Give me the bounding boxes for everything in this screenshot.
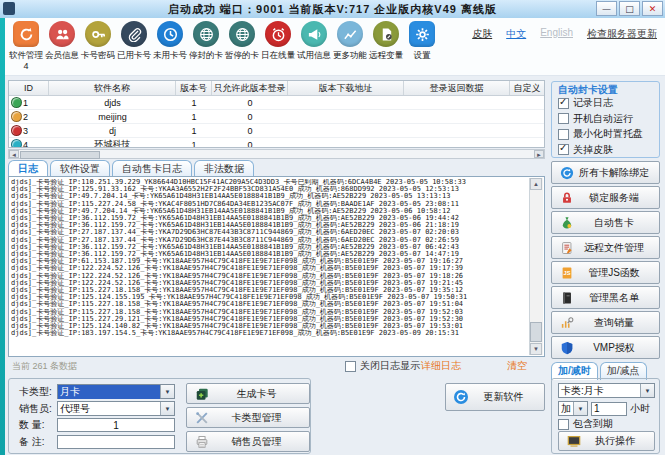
toolbar-item[interactable]: 远程变量 [368, 21, 404, 62]
column-header[interactable]: 只允许此版本登录 [212, 81, 288, 95]
settings-checkbox-row[interactable]: 记录日志 [558, 96, 613, 110]
quantity-input[interactable] [57, 418, 175, 432]
close-log-checkbox[interactable] [345, 361, 356, 372]
table-row[interactable]: 4 环城科技 1 0 [9, 138, 544, 148]
log-count-text: 当前 261 条数据 [12, 360, 77, 373]
globe-icon [229, 21, 255, 47]
column-header[interactable]: 自定义 [510, 81, 544, 95]
row-id: 3 [23, 126, 28, 136]
include-expired-checkbox[interactable] [558, 419, 569, 430]
checkbox[interactable] [558, 98, 569, 109]
column-header[interactable]: 版本号 [176, 81, 212, 95]
toolbar-item[interactable]: 未用卡号 [152, 21, 188, 62]
cell-only-this-version: 0 [212, 112, 288, 122]
chevron-down-icon[interactable]: ▼ [640, 384, 654, 397]
chevron-down-icon[interactable]: ▼ [573, 402, 587, 415]
vscroll-thumb[interactable] [530, 322, 542, 342]
quick-links: 皮肤 中文 English 检查服务器更新 [472, 27, 657, 41]
chevron-down-icon[interactable]: ▼ [160, 402, 174, 415]
card-form-button[interactable]: 销售员管理 [186, 431, 310, 452]
checkbox-label: 记录日志 [573, 96, 613, 110]
members-icon [49, 21, 75, 47]
side-action-button[interactable]: 远程文件管理 [551, 236, 660, 259]
checkbox[interactable] [558, 129, 569, 140]
quick-link[interactable]: 皮肤 [472, 27, 492, 41]
settings-checkbox-row[interactable]: 开机自动运行 [558, 112, 633, 126]
table-row[interactable]: 2 meijing 1 0 [9, 110, 544, 124]
adjust-amount-input[interactable] [591, 402, 627, 416]
quick-link[interactable]: English [540, 27, 573, 41]
column-header[interactable]: 登录返回数据 [404, 81, 510, 95]
cell-version: 1 [176, 112, 212, 122]
clear-log-link[interactable]: 清空 [507, 359, 527, 373]
column-header[interactable]: 软件名称 [49, 81, 176, 95]
minimize-button[interactable]: — [596, 1, 617, 16]
side-action-button[interactable]: 管理黑名单 [551, 286, 660, 309]
quick-link[interactable]: 中文 [506, 27, 526, 41]
maximize-button[interactable]: □ [619, 1, 640, 16]
toolbar-item[interactable]: 软件管理 4 [8, 21, 44, 70]
software-table: ID 软件名称 版本号 只允许此版本登录 版本下载地址 登录返回数据 自定义 1… [8, 80, 545, 148]
card-form-button[interactable]: 卡类型管理 [186, 407, 310, 428]
checkbox[interactable] [558, 144, 569, 155]
hscroll-thumb[interactable] [20, 151, 100, 159]
side-action-button[interactable]: 锁定服务端 [551, 186, 660, 209]
table-row[interactable]: 3 dj 1 0 [9, 124, 544, 138]
settings-checkbox-row[interactable]: 关掉皮肤 [558, 143, 613, 157]
checkbox[interactable] [558, 113, 569, 124]
include-expired-row[interactable]: 包含到期 [558, 417, 613, 431]
scroll-down-icon[interactable]: ▼ [530, 343, 542, 355]
scroll-up-icon[interactable]: ▲ [530, 178, 542, 190]
cell-only-this-version: 0 [212, 126, 288, 136]
table-row[interactable]: 1 djds 1 0 [9, 96, 544, 110]
side-action-button[interactable]: 所有卡解除绑定 [551, 161, 660, 184]
moneybag-icon [559, 215, 575, 231]
quick-link[interactable]: 检查服务器更新 [587, 27, 657, 41]
seller-select[interactable]: 代理号 ▼ [57, 401, 175, 416]
toolbar-item-label: 试用信息 [297, 49, 331, 61]
column-header[interactable]: 版本下载地址 [288, 81, 404, 95]
checkbox-label: 开机自动运行 [573, 112, 633, 126]
toolbar-item[interactable]: 卡号密码 [80, 21, 116, 62]
toolbar-item[interactable]: 暂停的卡 [224, 21, 260, 62]
side-action-button[interactable]: 自动售卡 [551, 211, 660, 234]
card-type-select[interactable]: 月卡 ▼ [57, 384, 175, 399]
adjust-op-select[interactable]: 加 ▼ [558, 401, 588, 416]
execute-button[interactable]: 执行操作 [558, 431, 655, 451]
note-input[interactable] [57, 435, 175, 449]
scroll-right-icon[interactable]: ► [534, 150, 544, 158]
toolbar-item-count: 4 [23, 62, 28, 70]
side-action-button[interactable]: VMP授权 [551, 336, 660, 359]
side-action-button[interactable]: JS 管理JS函数 [551, 261, 660, 284]
settings-checkbox-row[interactable]: 最小化时置托盘 [558, 127, 643, 141]
close-log-label: 关闭日志显示 [360, 359, 420, 373]
refresh-icon [13, 21, 39, 47]
close-log-toggle[interactable]: 关闭日志显示 [345, 359, 420, 373]
update-software-button[interactable]: 更新软件 [445, 383, 545, 411]
table-hscrollbar[interactable]: ◄ ► [8, 149, 545, 159]
table-header-row: ID 软件名称 版本号 只允许此版本登录 版本下载地址 登录返回数据 自定义 [9, 81, 544, 96]
sales-icon [559, 315, 575, 331]
toolbar-item[interactable]: 更多功能 [332, 21, 368, 62]
toolbar-item[interactable]: 会员信息 [44, 21, 80, 62]
log-lines: djds]_卡号验证_IP:110.251.39.229_YK86644D10H… [11, 179, 528, 354]
window-menu-icon[interactable] [3, 2, 15, 15]
log-vscrollbar[interactable]: ▲ ▼ [529, 178, 543, 355]
detail-log-link[interactable]: 详细日志 [421, 359, 461, 373]
toolbar-item-label: 已用卡号 [117, 49, 151, 61]
adjust-card-type-select[interactable]: 卡类:月卡 ▼ [558, 383, 655, 398]
toolbar-item[interactable]: 试用信息 [296, 21, 332, 62]
close-button[interactable]: ✕ [642, 1, 663, 16]
chevron-down-icon[interactable]: ▼ [160, 385, 174, 398]
toolbar-item[interactable]: 日在线量 [260, 21, 296, 62]
scroll-left-icon[interactable]: ◄ [9, 150, 19, 158]
log-output[interactable]: djds]_卡号验证_IP:110.251.39.229_YK86644D10H… [8, 176, 545, 357]
card-generate-panel: 卡类型: 月卡 ▼ 销售员: 代理号 ▼ 数 量: 备 注: 生成卡号 卡类型管… [8, 378, 311, 454]
toolbar-item-label: 未用卡号 [153, 49, 187, 61]
column-header[interactable]: ID [9, 81, 49, 95]
toolbar-item[interactable]: 停封的卡 [188, 21, 224, 62]
card-form-button[interactable]: 生成卡号 [186, 383, 310, 404]
side-action-button[interactable]: 查询销量 [551, 311, 660, 334]
toolbar-item[interactable]: 设置 [404, 21, 440, 62]
toolbar-item[interactable]: 已用卡号 [116, 21, 152, 62]
